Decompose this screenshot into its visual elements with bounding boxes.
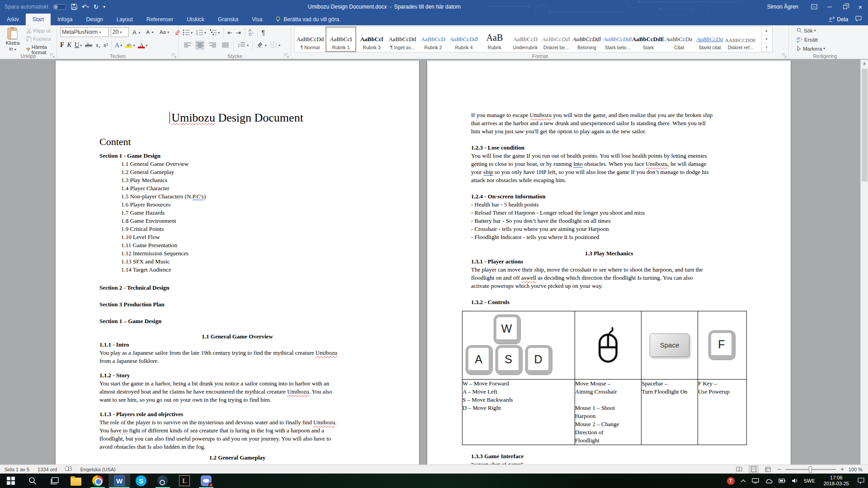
file-explorer-button[interactable] [65, 474, 87, 488]
skype-button[interactable]: S [130, 474, 152, 488]
multilevel-list-icon[interactable] [210, 29, 217, 36]
zoom-out-icon[interactable]: − [778, 466, 781, 473]
italic-button[interactable]: K [67, 42, 71, 49]
style-item[interactable]: AaBbCcDaStarkt citat [694, 27, 725, 52]
styles-more-icon[interactable]: ⊽ [762, 43, 771, 52]
tab-arkiv[interactable]: Arkiv [0, 14, 26, 25]
redo-icon[interactable]: ↻ [93, 0, 99, 14]
proofing-status-icon[interactable] [65, 466, 72, 473]
numbered-list-icon[interactable]: 123 [196, 29, 203, 36]
grow-font-icon[interactable]: A▲ [131, 28, 143, 37]
borders-icon[interactable] [270, 42, 277, 49]
minimize-button[interactable] [822, 0, 837, 14]
print-layout-icon[interactable] [749, 465, 759, 474]
tab-granska[interactable]: Granska [211, 14, 245, 25]
style-item[interactable]: AaBbCcIRubrik 1 [326, 27, 356, 52]
styles-scroll-up-icon[interactable]: ▲ [762, 27, 771, 35]
tab-referenser[interactable]: Referenser [140, 14, 180, 25]
word-button[interactable]: W [108, 474, 130, 488]
font-name-select[interactable]: MetaPlusNorm▾ [60, 27, 109, 37]
zoom-slider-thumb[interactable] [809, 466, 812, 473]
tab-start[interactable]: Start [26, 14, 51, 25]
style-item[interactable]: AaBbCcDRubrik 2 [418, 27, 448, 52]
taskbar-search-button[interactable] [22, 474, 43, 488]
change-case-icon[interactable]: Aa▾ [158, 28, 171, 36]
task-view-button[interactable] [43, 474, 65, 488]
zoom-slider[interactable] [785, 469, 836, 470]
replace-button[interactable]: abac Ersätt [795, 36, 827, 43]
restore-button[interactable] [837, 0, 853, 14]
increase-indent-icon[interactable]: ⇥ [236, 29, 241, 36]
action-center-icon[interactable] [858, 478, 864, 484]
style-item[interactable]: AaBbCcDaCitat [664, 27, 694, 52]
save-icon[interactable] [71, 0, 77, 14]
tab-infoga[interactable]: Infoga [51, 14, 79, 25]
start-button[interactable] [0, 474, 22, 488]
shrink-font-icon[interactable]: A▼ [145, 28, 156, 36]
style-item[interactable]: AaBbCclRubrik 3 [356, 27, 387, 52]
styles-dialog-launcher[interactable] [782, 53, 787, 58]
battery-icon[interactable] [778, 479, 786, 483]
sort-icon[interactable]: AÖ↓ [249, 28, 254, 37]
vertical-scrollbar[interactable]: ▲ [860, 60, 868, 465]
word-count[interactable]: 1334 ord [38, 467, 57, 472]
close-button[interactable]: × [853, 0, 868, 14]
line-spacing-icon[interactable]: ↕ [237, 42, 245, 48]
text-effects-icon[interactable]: A [115, 42, 120, 49]
qat-customize-icon[interactable]: ▾ [103, 0, 105, 14]
page-2[interactable]: If you manage to escape Umibozu you will… [427, 61, 791, 465]
style-item[interactable]: AABBCCDDEDiskret ref... [725, 27, 756, 52]
style-item[interactable]: AaBRubrik [479, 27, 510, 52]
style-item[interactable]: AaBbCcDdlDiskret be... [541, 27, 571, 52]
bold-button[interactable]: F [60, 42, 64, 49]
cut-button[interactable]: Klipp ut [24, 27, 57, 34]
tray-red-app-icon[interactable]: T [727, 477, 735, 485]
justify-icon[interactable] [221, 41, 230, 50]
align-left-icon[interactable] [183, 41, 192, 50]
bullet-list-icon[interactable] [183, 29, 190, 36]
share-button[interactable]: Dela [829, 16, 848, 23]
onedrive-cloud-icon[interactable] [765, 479, 773, 483]
zoom-percentage[interactable]: 100 % [849, 467, 863, 472]
clipboard-dialog-launcher[interactable] [50, 53, 55, 58]
scroll-up-icon[interactable]: ▲ [861, 60, 868, 66]
autosave-toggle[interactable] [53, 4, 66, 10]
underline-button[interactable]: U [75, 42, 79, 49]
font-size-select[interactable]: 20▾ [111, 27, 129, 37]
steam-button[interactable] [152, 474, 174, 488]
subscript-button[interactable]: x₂ [96, 42, 100, 49]
shading-icon[interactable] [256, 42, 263, 49]
account-user-name[interactable]: Simon Ågren [767, 4, 798, 10]
volume-icon[interactable] [792, 478, 798, 483]
font-dialog-launcher[interactable] [172, 53, 177, 58]
style-item[interactable]: AaBbCcDUnderrubrik [510, 27, 541, 52]
comments-icon[interactable] [855, 16, 862, 23]
paragraph-dialog-launcher[interactable] [284, 53, 289, 58]
clock[interactable]: 17:06 2018-03-25 [821, 475, 852, 487]
read-mode-icon[interactable] [734, 465, 744, 474]
show-paragraph-marks-icon[interactable]: ¶ [261, 29, 265, 36]
align-right-icon[interactable] [208, 41, 217, 50]
page-indicator[interactable]: Sida 1 av 5 [5, 467, 29, 472]
chrome-button[interactable] [87, 474, 108, 488]
style-item[interactable]: AaBbCcDdlStark beto... [602, 27, 633, 52]
find-button[interactable]: Sök▾ [795, 27, 827, 34]
ribbon-display-options-icon[interactable] [807, 0, 822, 14]
style-item[interactable]: AaBbCcDd¶ Normal [295, 27, 326, 52]
discord-button[interactable] [195, 474, 217, 488]
superscript-button[interactable]: x² [104, 42, 108, 49]
align-center-icon[interactable] [195, 41, 204, 50]
monitor-icon[interactable] [752, 478, 759, 483]
undo-icon[interactable]: ↶▾ [82, 0, 89, 14]
highlight-color-icon[interactable]: ab [125, 42, 132, 48]
tell-me-box[interactable]: Berätta vad du vill göra [269, 14, 345, 25]
tab-layout[interactable]: Layout [110, 14, 140, 25]
styles-scroll-down-icon[interactable]: ▼ [762, 35, 771, 44]
font-color-icon[interactable]: A [138, 42, 145, 48]
strikethrough-button[interactable]: abc [85, 42, 93, 49]
tab-design[interactable]: Design [79, 14, 109, 25]
web-layout-icon[interactable] [763, 465, 773, 474]
scrollbar-thumb[interactable] [862, 69, 868, 182]
select-button[interactable]: Markera▾ [795, 45, 827, 52]
style-item[interactable]: AaBbCcDdlRubrik 4 [448, 27, 479, 52]
